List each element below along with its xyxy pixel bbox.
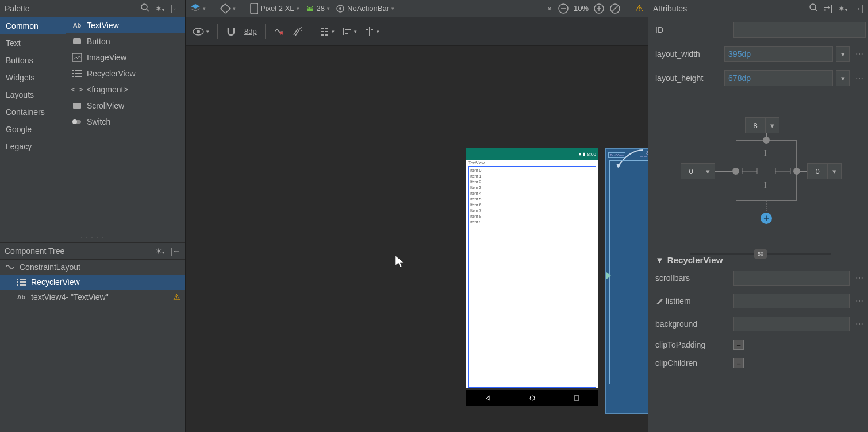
add-constraint-button[interactable]: + <box>761 213 772 224</box>
zoom-out-icon[interactable] <box>558 3 569 14</box>
attr-height-input[interactable] <box>724 70 833 86</box>
constraint-left-input[interactable]: 0 <box>681 163 701 179</box>
dropdown-icon[interactable]: ▾ <box>836 70 850 86</box>
constraint-right-input[interactable]: 0 <box>807 163 828 179</box>
constraint-right-handle[interactable] <box>793 168 800 175</box>
api-select[interactable]: 28▾ <box>305 4 330 13</box>
collapse-icon[interactable]: |← <box>170 4 180 13</box>
constraint-top-handle[interactable] <box>763 137 770 144</box>
blueprint-textview[interactable]: TextView <box>608 152 625 158</box>
palette-item-textview[interactable]: Ab TextView <box>66 17 185 33</box>
design-preview[interactable]: ▾ ▮ 8:00 TextView Item 0 Item 1 Item 2 I… <box>466 148 598 414</box>
overflow-icon[interactable]: » <box>548 4 552 13</box>
palette-categories: Common Text Buttons Widgets Layouts Cont… <box>0 17 66 236</box>
palette-item-fragment[interactable]: < > <fragment> <box>66 82 185 98</box>
view-all-attrs-icon[interactable]: ⇄| <box>824 4 833 13</box>
design-surface-toggle[interactable]: ▾ <box>190 3 206 14</box>
constraint-left-handle[interactable] <box>732 168 739 175</box>
svg-point-0 <box>141 4 147 10</box>
collapse-icon[interactable]: |← <box>170 246 180 256</box>
svg-line-38 <box>294 29 298 35</box>
tree-item-textview4[interactable]: Ab textView4- "TextView" ⚠ <box>0 290 185 304</box>
view-options-icon[interactable]: ▾ <box>193 28 209 36</box>
panel-drag-handle[interactable]: : : : : : <box>0 236 185 242</box>
palette-category-text[interactable]: Text <box>0 34 66 52</box>
palette-category-buttons[interactable]: Buttons <box>0 52 66 69</box>
search-icon[interactable] <box>809 3 818 14</box>
palette-category-legacy[interactable]: Legacy <box>0 138 66 155</box>
palette-item-switch[interactable]: Switch <box>66 114 185 130</box>
gear-icon[interactable]: ✶▾ <box>155 4 164 13</box>
bias-slider[interactable]: 50 <box>690 253 831 255</box>
blueprint-selected-rect[interactable] <box>609 160 648 384</box>
list-item: Item 2 <box>470 179 594 185</box>
palette-category-google[interactable]: Google <box>0 121 66 138</box>
dropdown-icon[interactable]: ▾ <box>766 117 779 133</box>
device-select[interactable]: Pixel 2 XL▾ <box>250 3 299 14</box>
palette-category-widgets[interactable]: Widgets <box>0 69 66 86</box>
more-icon[interactable]: ⋯ <box>853 49 866 59</box>
attr-width-input[interactable] <box>724 46 833 62</box>
svg-point-26 <box>339 7 341 10</box>
attr-listitem-input[interactable] <box>733 294 850 308</box>
svg-line-39 <box>295 29 299 36</box>
align-icon[interactable]: ▾ <box>343 27 357 36</box>
dropdown-icon[interactable]: ▾ <box>828 163 842 179</box>
palette-category-common[interactable]: Common <box>0 17 66 34</box>
palette-item-label: Button <box>87 37 110 46</box>
palette-components: Ab TextView Button ImageView RecyclerVie… <box>66 17 185 236</box>
gear-icon[interactable]: ✶▾ <box>155 246 164 256</box>
orientation-toggle[interactable]: ▾ <box>220 3 236 14</box>
blueprint-preview[interactable]: TextView 8 8 <box>605 148 648 414</box>
pack-icon[interactable]: ▾ <box>320 27 335 36</box>
constraint-widget[interactable]: 8 ▾ 0 ▾ 0 ▾ I I <box>655 94 866 244</box>
palette-category-containers[interactable]: Containers <box>0 103 66 121</box>
gear-icon[interactable]: ✶▾ <box>838 4 847 13</box>
button-icon <box>72 36 82 47</box>
magnet-icon[interactable] <box>226 26 236 37</box>
default-margin-button[interactable]: 8dp <box>244 27 257 36</box>
clear-constraints-icon[interactable] <box>274 26 284 37</box>
guideline-icon[interactable]: ▾ <box>365 27 379 36</box>
design-canvas[interactable]: ▾ ▮ 8:00 TextView Item 0 Item 1 Item 2 I… <box>186 46 648 432</box>
search-icon[interactable] <box>140 3 149 14</box>
warning-icon[interactable]: ⚠ <box>173 292 180 302</box>
constraintlayout-icon <box>5 262 15 272</box>
attr-id-input[interactable] <box>733 22 866 38</box>
attr-background-input[interactable] <box>733 317 850 331</box>
preview-recyclerview[interactable]: Item 0 Item 1 Item 2 Item 3 Item 4 Item … <box>468 166 596 388</box>
attr-listitem-label: listitem <box>655 296 730 306</box>
palette-item-label: Switch <box>87 117 110 126</box>
palette-item-scrollview[interactable]: ScrollView <box>66 98 185 114</box>
zoom-in-icon[interactable] <box>593 3 605 14</box>
palette-item-imageview[interactable]: ImageView <box>66 49 185 65</box>
attr-scrollbars-label: scrollbars <box>655 273 730 283</box>
svg-rect-2 <box>73 38 81 44</box>
zoom-fit-icon[interactable] <box>609 3 621 14</box>
palette-category-layouts[interactable]: Layouts <box>0 86 66 103</box>
list-item: Item 0 <box>470 168 594 173</box>
warning-icon[interactable]: ⚠ <box>635 3 643 14</box>
dropdown-icon[interactable]: ▾ <box>701 163 715 179</box>
constraint-top-input[interactable]: 8 <box>745 117 766 133</box>
attr-clipchildren-checkbox[interactable]: – <box>733 358 744 368</box>
tree-item-recyclerview[interactable]: RecyclerView <box>0 275 185 290</box>
attr-cliptopadding-checkbox[interactable]: – <box>733 340 744 350</box>
tree-item-constraintlayout[interactable]: ConstraintLayout <box>0 260 185 275</box>
theme-select[interactable]: NoActionBar▾ <box>336 4 394 13</box>
dropdown-icon[interactable]: ▾ <box>836 46 850 62</box>
more-icon[interactable]: ⋯ <box>853 319 866 329</box>
more-icon[interactable]: ⋯ <box>853 74 866 83</box>
attr-scrollbars-input[interactable] <box>733 271 850 286</box>
infer-constraints-icon[interactable] <box>292 26 304 37</box>
palette-item-recyclerview[interactable]: RecyclerView <box>66 65 185 82</box>
blueprint-left-handle[interactable] <box>606 272 611 279</box>
bias-slider-knob[interactable]: 50 <box>754 249 767 259</box>
palette-item-button[interactable]: Button <box>66 33 185 49</box>
collapse-icon[interactable]: →| <box>853 4 863 13</box>
status-time: 8:00 <box>587 152 596 157</box>
more-icon[interactable]: ⋯ <box>853 273 866 283</box>
device-toolbar: ▾ ▾ Pixel 2 XL▾ 28▾ NoActionBar▾ » 10% <box>186 0 648 17</box>
list-item: Item 7 <box>470 208 594 214</box>
more-icon[interactable]: ⋯ <box>853 296 866 306</box>
